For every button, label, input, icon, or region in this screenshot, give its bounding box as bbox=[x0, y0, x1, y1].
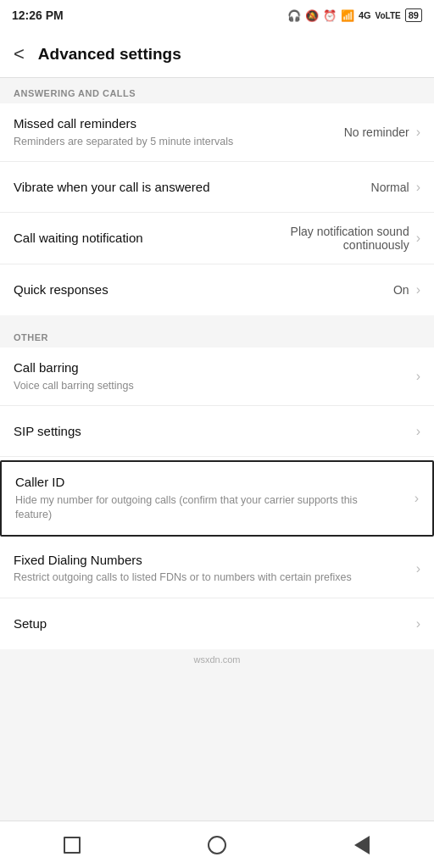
home-icon bbox=[208, 836, 226, 854]
item-left-fixed-dialing: Fixed Dialing Numbers Restrict outgoing … bbox=[14, 552, 378, 586]
item-right-caller-id: › bbox=[376, 491, 419, 506]
header: < Advanced settings bbox=[0, 31, 434, 78]
volte-icon: VoLTE bbox=[376, 11, 401, 20]
item-right-vibrate: Normal › bbox=[371, 180, 420, 195]
signal-icon: 📶 bbox=[341, 9, 354, 22]
quick-responses-item[interactable]: Quick responses On › bbox=[0, 264, 434, 315]
item-right-sip: › bbox=[378, 424, 420, 439]
missed-call-title: Missed call reminders bbox=[14, 115, 334, 132]
item-left-call-barring: Call barring Voice call barring settings bbox=[14, 359, 378, 393]
item-left-quick-responses: Quick responses bbox=[14, 281, 378, 298]
chevron-icon-vibrate: › bbox=[416, 180, 420, 195]
missed-call-subtitle: Reminders are separated by 5 minute inte… bbox=[14, 135, 334, 150]
vibrate-title: Vibrate when your call is answered bbox=[14, 179, 361, 196]
caller-id-item[interactable]: Caller ID Hide my number for outgoing ca… bbox=[0, 460, 434, 537]
back-icon bbox=[354, 836, 370, 854]
item-right-call-barring: › bbox=[378, 369, 420, 384]
missed-call-value: No reminder bbox=[344, 125, 409, 139]
section-label-answering: ANSWERING AND CALLS bbox=[0, 78, 434, 103]
item-left-caller-id: Caller ID Hide my number for outgoing ca… bbox=[15, 474, 376, 523]
status-bar: 12:26 PM 🎧 🔕 ⏰ 📶 4G VoLTE 89 bbox=[0, 0, 434, 31]
watermark: wsxdn.com bbox=[0, 649, 434, 666]
group-divider bbox=[0, 315, 434, 322]
answering-calls-group: Missed call reminders Reminders are sepa… bbox=[0, 103, 434, 315]
caller-id-subtitle: Hide my number for outgoing calls (confi… bbox=[15, 493, 366, 523]
caller-id-title: Caller ID bbox=[15, 474, 366, 491]
call-waiting-title: Call waiting notification bbox=[14, 230, 255, 247]
quick-responses-value: On bbox=[393, 283, 409, 297]
chevron-icon-setup: › bbox=[416, 616, 420, 632]
chevron-icon-sip: › bbox=[416, 424, 420, 439]
setup-title: Setup bbox=[14, 615, 368, 632]
other-group: Call barring Voice call barring settings… bbox=[0, 348, 434, 649]
item-left-sip: SIP settings bbox=[14, 423, 378, 440]
fixed-dialing-item[interactable]: Fixed Dialing Numbers Restrict outgoing … bbox=[0, 540, 434, 598]
nav-recent-button[interactable] bbox=[47, 828, 97, 862]
item-right-quick-responses: On › bbox=[378, 282, 420, 298]
chevron-icon-fixed-dialing: › bbox=[416, 561, 420, 576]
chevron-icon-call-barring: › bbox=[416, 369, 420, 384]
call-barring-title: Call barring bbox=[14, 359, 368, 376]
back-button[interactable]: < bbox=[14, 43, 25, 65]
bottom-padding bbox=[0, 666, 434, 721]
item-right-call-waiting: Play notification sound continuously › bbox=[265, 225, 420, 252]
chevron-icon-quick-responses: › bbox=[416, 282, 420, 298]
status-icons: 🎧 🔕 ⏰ 📶 4G VoLTE 89 bbox=[287, 8, 422, 22]
item-left-vibrate: Vibrate when your call is answered bbox=[14, 179, 371, 196]
alarm-icon: ⏰ bbox=[323, 9, 337, 22]
headphone-icon: 🎧 bbox=[287, 9, 301, 22]
item-left-call-waiting: Call waiting notification bbox=[14, 230, 265, 247]
sip-settings-item[interactable]: SIP settings › bbox=[0, 406, 434, 457]
mute-icon: 🔕 bbox=[305, 9, 319, 22]
item-right-missed-call: No reminder › bbox=[344, 125, 420, 140]
recent-apps-icon bbox=[64, 837, 81, 854]
chevron-icon-call-waiting: › bbox=[416, 231, 420, 246]
item-right-fixed-dialing: › bbox=[378, 561, 420, 576]
setup-item[interactable]: Setup › bbox=[0, 598, 434, 649]
missed-call-reminders-item[interactable]: Missed call reminders Reminders are sepa… bbox=[0, 103, 434, 162]
battery-indicator: 89 bbox=[405, 8, 422, 22]
4g-icon: 4G bbox=[359, 10, 371, 20]
section-label-other: OTHER bbox=[0, 322, 434, 348]
fixed-dialing-title: Fixed Dialing Numbers bbox=[14, 552, 368, 569]
vibrate-item[interactable]: Vibrate when your call is answered Norma… bbox=[0, 162, 434, 213]
item-left-missed-call: Missed call reminders Reminders are sepa… bbox=[14, 115, 344, 149]
item-right-setup: › bbox=[378, 616, 420, 632]
call-barring-subtitle: Voice call barring settings bbox=[14, 379, 368, 394]
nav-back-button[interactable] bbox=[337, 828, 387, 862]
page-title: Advanced settings bbox=[38, 45, 181, 64]
call-waiting-item[interactable]: Call waiting notification Play notificat… bbox=[0, 213, 434, 264]
chevron-icon-caller-id: › bbox=[415, 491, 419, 506]
quick-responses-title: Quick responses bbox=[14, 281, 368, 298]
vibrate-value: Normal bbox=[371, 181, 409, 194]
nav-home-button[interactable] bbox=[192, 828, 242, 862]
call-barring-item[interactable]: Call barring Voice call barring settings… bbox=[0, 348, 434, 406]
chevron-icon-missed-call: › bbox=[416, 125, 420, 140]
fixed-dialing-subtitle: Restrict outgoing calls to listed FDNs o… bbox=[14, 570, 368, 586]
sip-title: SIP settings bbox=[14, 423, 368, 440]
call-waiting-value: Play notification sound continuously bbox=[265, 225, 409, 252]
settings-content: ANSWERING AND CALLS Missed call reminder… bbox=[0, 78, 434, 666]
status-time: 12:26 PM bbox=[12, 8, 64, 22]
nav-bar bbox=[0, 821, 434, 868]
item-left-setup: Setup bbox=[14, 615, 378, 632]
